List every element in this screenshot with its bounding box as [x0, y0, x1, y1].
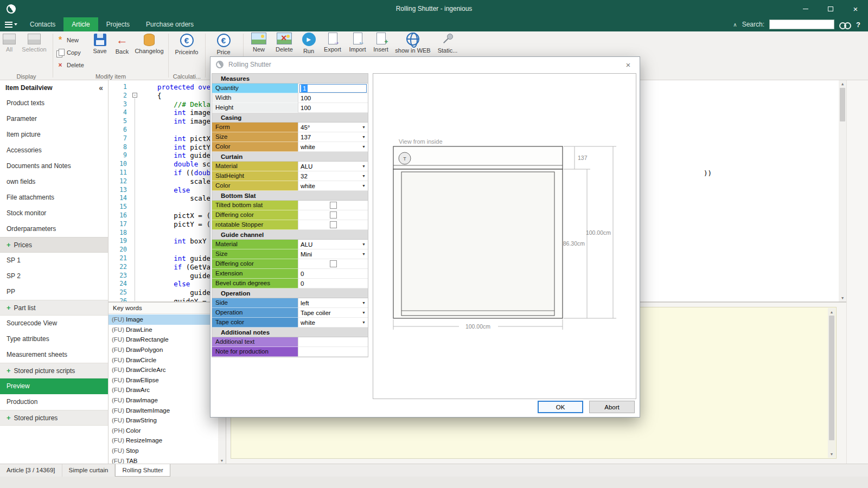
grid-row-label[interactable]: Differing color [212, 210, 298, 220]
grid-row-value[interactable]: 100 [298, 103, 368, 113]
grid-row-value[interactable] [298, 337, 368, 347]
keyword-item-image[interactable]: (FU)Image [108, 314, 218, 325]
keyword-item-drawpolygon[interactable]: (FU)DrawPolygon [108, 345, 218, 355]
grid-row-label[interactable]: Tape color [212, 318, 298, 328]
grid-row-value[interactable]: ALU▼ [298, 240, 368, 249]
grid-row-value[interactable]: Mini▼ [298, 249, 368, 259]
grid-row-label[interactable]: Height [212, 103, 298, 113]
minimize-button[interactable] [793, 0, 818, 17]
grid-row-label[interactable]: Differing color [212, 259, 298, 269]
grid-row-label[interactable]: Form [212, 123, 298, 132]
grid-row-label[interactable]: Color [212, 181, 298, 191]
collapse-sidebar-button[interactable]: « [99, 80, 103, 95]
advanced-search-icon[interactable] [839, 21, 851, 28]
grid-row-label[interactable]: Material [212, 240, 298, 249]
code-fold-icon[interactable]: - [132, 93, 137, 98]
keyword-item-color[interactable]: (PH)Color [108, 426, 218, 436]
keyword-item-drawrectangle[interactable]: (FU)DrawRectangle [108, 335, 218, 345]
bottom-tab-rolling-shutter[interactable]: Rolling Shutter [115, 464, 170, 477]
sidebar-item-orderparameters[interactable]: Orderparameters [0, 221, 108, 237]
grid-row-value[interactable] [298, 259, 368, 269]
tab-article[interactable]: Article [63, 17, 98, 31]
grid-row-label[interactable]: Bevel cutin degrees [212, 279, 298, 288]
keyword-item-drawarc[interactable]: (FU)DrawArc [108, 385, 218, 395]
scroll-up-icon[interactable]: ▲ [839, 80, 846, 88]
checkbox[interactable] [330, 260, 337, 267]
grid-row-label[interactable]: Tilted bottom slat [212, 201, 298, 210]
ok-button[interactable]: OK [538, 401, 583, 413]
grid-row-value[interactable] [298, 201, 368, 210]
sidebar-item-stored-picture-scripts[interactable]: +Stored picture scripts [0, 363, 108, 378]
back-button[interactable]: ← Back [112, 34, 132, 72]
grid-row-value[interactable]: ALU▼ [298, 162, 368, 171]
grid-row-value[interactable]: 32▼ [298, 171, 368, 181]
app-menu-button[interactable] [0, 17, 22, 31]
grid-row-label[interactable]: Side [212, 298, 298, 308]
editor-scrollbar[interactable]: ▲ ▼ [839, 80, 846, 302]
sidebar-item-product-texts[interactable]: Product texts [0, 95, 108, 111]
sidebar-item-item-picture[interactable]: Item picture [0, 127, 108, 143]
value-input[interactable]: 1 [299, 84, 367, 93]
delete-button[interactable]: ×Delete [56, 60, 84, 70]
sidebar-item-production[interactable]: Production [0, 394, 108, 410]
sidebar-item-documents-and-notes[interactable]: Documents and Notes [0, 158, 108, 174]
dialog-close-icon[interactable]: × [622, 59, 634, 70]
scroll-up-icon[interactable]: ▲ [828, 308, 835, 316]
keyword-item-drawcircle[interactable]: (FU)DrawCircle [108, 355, 218, 365]
search-input[interactable] [769, 20, 834, 29]
bottom-tab-simple-curtain[interactable]: Simple curtain [62, 464, 116, 477]
grid-row-value[interactable]: left▼ [298, 298, 368, 308]
grid-row-label[interactable]: Size [212, 132, 298, 142]
abort-button[interactable]: Abort [589, 401, 635, 413]
sidebar-item-sourcecode-view[interactable]: Sourcecode View [0, 316, 108, 331]
sidebar-item-stored-pictures[interactable]: +Stored pictures [0, 410, 108, 426]
grid-row-label[interactable]: Note for production [212, 347, 298, 357]
changelog-button[interactable]: Changelog [132, 34, 166, 72]
sidebar-item-part-list[interactable]: +Part list [0, 300, 108, 316]
grid-row-value[interactable]: 45°▼ [298, 123, 368, 132]
sidebar-item-measurement-sheets[interactable]: Measurement sheets [0, 347, 108, 363]
grid-row-value[interactable]: white▼ [298, 181, 368, 191]
grid-row-label[interactable]: Material [212, 162, 298, 171]
keyword-item-resizeimage[interactable]: (FU)ResizeImage [108, 435, 218, 446]
grid-row-value[interactable]: 137▼ [298, 132, 368, 142]
grid-row-value[interactable]: 100 [298, 93, 368, 103]
priceinfo-button[interactable]: € Priceinfo [171, 34, 202, 72]
grid-row-value[interactable]: white▼ [298, 142, 368, 152]
scroll-down-icon[interactable]: ▼ [828, 450, 835, 458]
sidebar-item-file-attachments[interactable]: File attachments [0, 190, 108, 206]
grid-row-value[interactable] [298, 347, 368, 357]
help-icon[interactable]: ? [856, 21, 860, 29]
grid-row-label[interactable]: Additional text [212, 337, 298, 347]
grid-row-value[interactable] [298, 220, 368, 230]
scrollbar-thumb[interactable] [840, 88, 845, 121]
grid-row-label[interactable]: Color [212, 142, 298, 152]
all-button[interactable]: All [1, 34, 17, 72]
keyword-item-drawcirclearc[interactable]: (FU)DrawCircleArc [108, 365, 218, 375]
sidebar-item-sp-1[interactable]: SP 1 [0, 253, 108, 268]
sidebar-item-type-attributes[interactable]: Type attributes [0, 331, 108, 347]
keyword-item-drawline[interactable]: (FU)DrawLine [108, 325, 218, 335]
grid-row-value[interactable]: 0 [298, 269, 368, 279]
sidebar-item-own-fields[interactable]: own fields [0, 174, 108, 190]
save-button[interactable]: Save [89, 34, 111, 72]
sidebar-item-stock-monitor[interactable]: Stock monitor [0, 206, 108, 221]
scroll-down-icon[interactable]: ▼ [839, 294, 846, 302]
grid-row-label[interactable]: Size [212, 249, 298, 259]
keyword-item-tab[interactable]: (FU)TAB [108, 455, 218, 464]
new-button[interactable]: *New [56, 35, 79, 45]
sidebar-item-parameter[interactable]: Parameter [0, 111, 108, 127]
tab-contacts[interactable]: Contacts [22, 17, 63, 31]
grid-row-value[interactable]: 1 [298, 84, 368, 93]
bottom-tab-article[interactable]: Article [3 / 14369] [0, 464, 62, 477]
grid-row-label[interactable]: SlatHeight [212, 171, 298, 181]
grid-row-label[interactable]: Width [212, 93, 298, 103]
sidebar-item-preview[interactable]: Preview [0, 378, 108, 394]
checkbox[interactable] [330, 221, 337, 228]
keyword-item-drawstring[interactable]: (FU)DrawString [108, 415, 218, 426]
sidebar-item-sp-2[interactable]: SP 2 [0, 268, 108, 284]
copy-button[interactable]: Copy [56, 47, 81, 57]
keyword-item-drawimage[interactable]: (FU)DrawImage [108, 395, 218, 406]
grid-row-label[interactable]: rotatable Stopper [212, 220, 298, 230]
scroll-down-icon[interactable]: ▼ [218, 457, 226, 464]
